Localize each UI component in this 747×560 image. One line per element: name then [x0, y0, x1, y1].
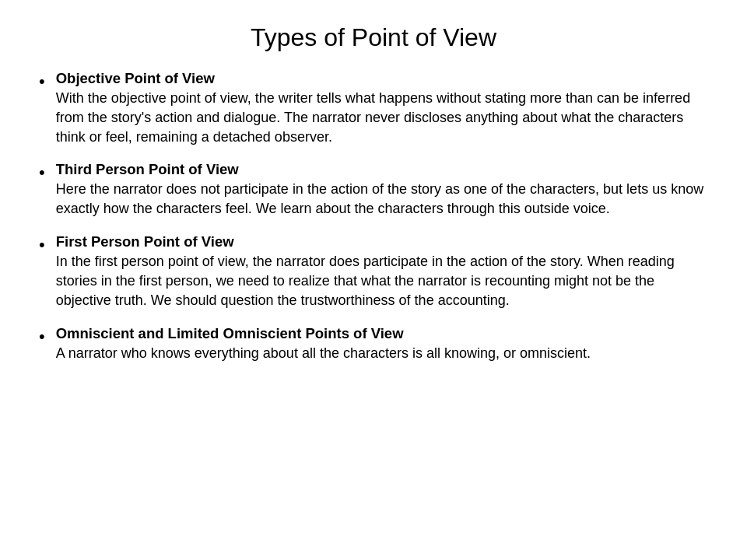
item-body-first-person: In the first person point of view, the n…	[56, 254, 675, 308]
bullet-icon: •	[39, 234, 45, 257]
item-title-objective: Objective Point of View	[56, 70, 215, 86]
item-title-omniscient: Omniscient and Limited Omniscient Points…	[56, 325, 404, 341]
item-body-objective: With the objective point of view, the wr…	[56, 90, 690, 145]
item-content-objective: Objective Point of ViewWith the objectiv…	[56, 69, 708, 146]
item-content-third-person: Third Person Point of ViewHere the narra…	[56, 160, 708, 219]
list-item: •Third Person Point of ViewHere the narr…	[39, 160, 708, 219]
item-content-omniscient: Omniscient and Limited Omniscient Points…	[56, 324, 708, 363]
page-title: Types of Point of View	[39, 23, 708, 52]
item-body-third-person: Here the narrator does not participate i…	[56, 181, 703, 216]
item-title-first-person: First Person Point of View	[56, 233, 234, 250]
item-body-omniscient: A narrator who knows everything about al…	[56, 345, 591, 361]
bullet-icon: •	[39, 162, 45, 184]
item-content-first-person: First Person Point of ViewIn the first p…	[56, 233, 708, 310]
list-item: •Objective Point of ViewWith the objecti…	[39, 69, 708, 146]
page: Types of Point of View •Objective Point …	[0, 0, 747, 560]
item-title-third-person: Third Person Point of View	[56, 161, 239, 177]
list-item: •First Person Point of ViewIn the first …	[39, 233, 708, 310]
bullet-icon: •	[39, 71, 45, 93]
content-list: •Objective Point of ViewWith the objecti…	[39, 69, 708, 362]
bullet-icon: •	[39, 326, 45, 348]
list-item: •Omniscient and Limited Omniscient Point…	[39, 324, 708, 363]
